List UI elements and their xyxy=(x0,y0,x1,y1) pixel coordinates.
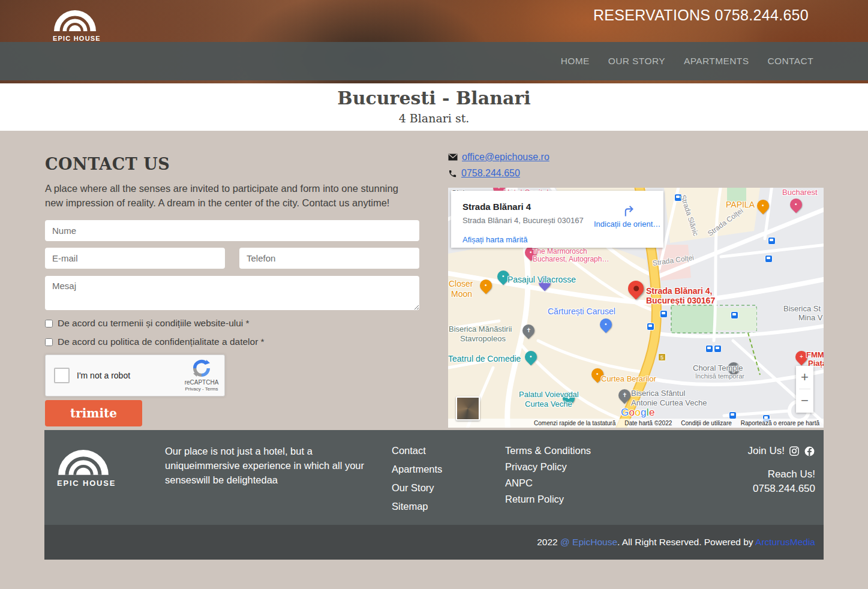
google-logo-letter: o xyxy=(629,407,635,418)
footer: EPIC HOUSE Our place is not just a hotel… xyxy=(44,430,824,525)
page-title-band: Bucuresti - Blanari 4 Blanari st. xyxy=(0,83,868,131)
attribution-item[interactable]: Raportează o eroare pe hartă xyxy=(741,420,819,426)
footer-logo[interactable]: EPIC HOUSE xyxy=(57,443,110,488)
map-place-label: Curtea Veche xyxy=(525,399,572,408)
footer-link[interactable]: Terms & Conditions xyxy=(505,445,591,456)
map-place-label: Pasajul Vilacrosse xyxy=(507,275,576,284)
recaptcha-label: I'm not a robot xyxy=(77,371,130,380)
footer-link[interactable]: Our Story xyxy=(392,482,442,494)
map-place-label: Choral Temple xyxy=(693,363,743,372)
recaptcha-widget: I'm not a robot reCAPTCHA Privacy - Term… xyxy=(45,354,225,396)
copyright-text: 2022 @ EpicHouse. All Right Reserved. Po… xyxy=(537,537,815,548)
google-logo-letter: e xyxy=(649,407,655,418)
footer-social-row: Join Us! xyxy=(748,445,815,457)
transit-station-icon[interactable] xyxy=(768,237,776,245)
nav-item[interactable]: OUR STORY xyxy=(608,56,665,67)
page-subtitle: 4 Blanari st. xyxy=(0,109,868,127)
header: EPIC HOUSE RESERVATIONS 0758.244.650 HOM… xyxy=(0,0,868,83)
zoom-out-button[interactable]: − xyxy=(796,389,813,412)
map-place-label: FMM xyxy=(806,350,824,359)
privacy-checkbox-row: De acord cu politica de confidențialitat… xyxy=(45,336,419,347)
attribution-item[interactable]: Comenzi rapide de la tastatură xyxy=(534,420,615,426)
map-place-label: Antonie Curtea Veche xyxy=(631,398,707,407)
transit-station-icon[interactable] xyxy=(731,311,738,319)
phone-icon xyxy=(448,169,457,178)
attribution-item[interactable]: Date hartă ©2022 xyxy=(624,420,672,426)
map-place-label: Closer xyxy=(449,279,473,289)
nav-item[interactable]: CONTACT xyxy=(767,56,813,67)
route-shield: 5 xyxy=(658,353,666,361)
footer-logo-wordmark: EPIC HOUSE xyxy=(57,479,110,488)
map-place-label: Biserica Mănăstirii xyxy=(449,324,512,333)
footer-link[interactable]: Apartments xyxy=(392,464,442,475)
terms-checkbox[interactable] xyxy=(45,320,53,327)
page-title: Bucuresti - Blanari xyxy=(0,83,868,109)
footer-link[interactable]: Sitemap xyxy=(392,501,442,512)
join-us-label: Join Us! xyxy=(748,445,785,457)
main-navbar: HOMEOUR STORYAPARTMENTSCONTACT xyxy=(0,42,868,80)
view-larger-map-link[interactable]: Afișați harta mărită xyxy=(462,235,527,244)
transit-station-icon[interactable] xyxy=(647,323,654,330)
email-link[interactable]: office@epichouse.ro xyxy=(462,152,549,163)
instagram-icon[interactable] xyxy=(789,446,800,456)
map-place-label: Biserica Sfântul xyxy=(631,389,685,398)
map-place-label: Mina V xyxy=(798,313,822,322)
footer-link[interactable]: Privacy Policy xyxy=(505,461,591,473)
map-place-label: The Marmorosch xyxy=(533,247,587,256)
footer-about-text: Our place is not just a hotel, but a uni… xyxy=(165,444,388,487)
attribution-item[interactable]: Condiții de utilizare xyxy=(681,420,732,426)
privacy-checkbox-label: De acord cu politica de confidențialitat… xyxy=(58,336,265,347)
transit-station-icon[interactable] xyxy=(705,345,713,353)
transit-station-icon[interactable] xyxy=(714,345,722,353)
recaptcha-privacy-terms[interactable]: Privacy - Terms xyxy=(180,386,223,392)
email-row: office@epichouse.ro xyxy=(448,152,549,163)
map-place-label: Cărturești Carusel xyxy=(548,306,615,316)
recaptcha-icon xyxy=(192,359,211,378)
epic-house-logo[interactable]: EPIC HOUSE xyxy=(53,4,97,42)
map-info-card: Strada Blănari 4 Strada Blănari 4, Bucur… xyxy=(451,191,663,248)
name-input[interactable] xyxy=(45,220,419,241)
privacy-checkbox[interactable] xyxy=(45,338,53,346)
footer-link[interactable]: ANPC xyxy=(505,477,591,489)
map-zoom-control: + − xyxy=(796,366,813,413)
marker-label-line2: București 030167 xyxy=(646,296,715,305)
footer-reach-block: Reach Us! 0758.244.650 xyxy=(753,467,815,496)
map-attribution: Comenzi rapide de la tastaturăDate hartă… xyxy=(448,419,824,428)
email-input[interactable] xyxy=(45,248,225,269)
submit-button[interactable]: trimite xyxy=(45,400,142,426)
recaptcha-brand: reCAPTCHA xyxy=(180,379,223,386)
arcturusmedia-link[interactable]: ArcturusMedia xyxy=(755,537,815,547)
epic-house-logo-icon xyxy=(53,4,97,32)
phone-input[interactable] xyxy=(239,248,419,269)
phone-row: 0758.244.650 xyxy=(448,168,549,179)
facebook-icon[interactable] xyxy=(804,446,815,457)
zoom-in-button[interactable]: + xyxy=(796,366,813,389)
nav-item[interactable]: APARTMENTS xyxy=(684,56,749,67)
google-logo[interactable]: Google xyxy=(621,407,655,419)
envelope-icon xyxy=(448,154,458,161)
logo-wordmark: EPIC HOUSE xyxy=(53,35,97,42)
reservations-phone: RESERVATIONS 0758.244.650 xyxy=(593,7,809,24)
footer-link[interactable]: Contact xyxy=(392,445,442,456)
transit-station-icon[interactable] xyxy=(765,255,773,263)
terms-checkbox-row: De acord cu termenii și condițiile websi… xyxy=(45,318,419,329)
epichouse-link[interactable]: @ EpicHouse xyxy=(560,537,617,547)
message-textarea[interactable] xyxy=(45,276,419,310)
satellite-view-toggle[interactable] xyxy=(456,396,480,420)
map-place-label: Moon xyxy=(451,289,472,299)
transit-station-icon[interactable] xyxy=(660,310,668,318)
contact-description: A place where all the senses are invited… xyxy=(45,181,415,210)
phone-link[interactable]: 0758.244.650 xyxy=(461,168,520,179)
map-place-label: Curtea Berarilor xyxy=(601,374,656,383)
directions-icon[interactable] xyxy=(621,203,636,218)
copyright-year: 2022 xyxy=(537,537,560,547)
map-place-label: Palatul Voievodal xyxy=(519,390,579,399)
recaptcha-checkbox[interactable] xyxy=(54,368,70,383)
footer-phone: 0758.244.650 xyxy=(753,482,815,496)
footer-logo-icon xyxy=(57,443,110,476)
email-phone-row xyxy=(45,248,419,269)
footer-link[interactable]: Return Policy xyxy=(505,494,591,505)
nav-item[interactable]: HOME xyxy=(561,56,590,67)
directions-link[interactable]: Indicații de orient… xyxy=(594,220,660,229)
google-map[interactable]: ••••••✝•••✝✡+•• ClubHotel CapitolThe Mar… xyxy=(448,188,824,428)
